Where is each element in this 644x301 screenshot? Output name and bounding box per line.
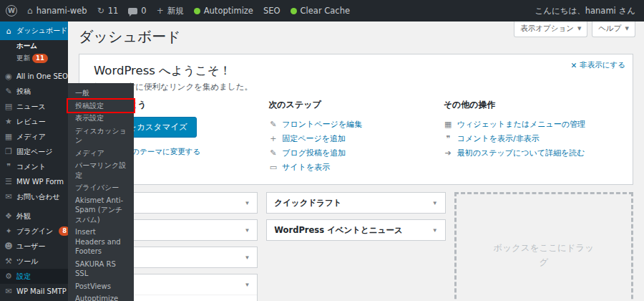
widget-toggle-button[interactable]: ▼ bbox=[432, 200, 438, 206]
list-item: ➔ 最初のステップについて詳細を読む bbox=[444, 145, 618, 160]
updates-link[interactable]: ↻ 11 bbox=[97, 6, 119, 16]
sidebar-item-home[interactable]: ホーム bbox=[0, 40, 68, 52]
user-account-menu[interactable]: こんにちは、hanami さん bbox=[535, 6, 635, 16]
settings-submenu-general[interactable]: 一般 bbox=[68, 87, 134, 100]
sidebar-item-comments[interactable]: ❞ コメント bbox=[0, 159, 68, 174]
settings-submenu-reading[interactable]: 表示設定 bbox=[68, 112, 134, 125]
media-icon: ▦ bbox=[4, 132, 13, 141]
welcome-panel: ✕ 非表示にする WordPress へようこそ！ 初めての方に便利なリンクを集… bbox=[79, 54, 633, 185]
admin-bar: W ⌂ hanami-web ↻ 11 0 + 新規 Autoptimize bbox=[0, 0, 644, 22]
sidebar-item-settings[interactable]: ⚙ 設定 bbox=[0, 269, 68, 284]
comments-icon: ❞ bbox=[4, 162, 13, 171]
widget-toggle-button[interactable]: ▼ bbox=[244, 254, 250, 261]
widgets-column-middle: クイックドラフト ▼ WordPress イベントとニュース ▼ bbox=[266, 192, 445, 247]
sidebar-item-users[interactable]: ☻ ユーザー bbox=[0, 239, 68, 254]
widget-toggle-button[interactable]: ▼ bbox=[432, 227, 438, 234]
widget-toggle-button[interactable]: ▼ bbox=[244, 200, 250, 206]
settings-submenu-insert-headers-footers[interactable]: Insert Headers and Footers bbox=[68, 226, 134, 258]
settings-submenu-privacy[interactable]: プライバシー bbox=[68, 181, 134, 194]
autoptimize-label: Autoptimize bbox=[204, 6, 253, 16]
view-site-link[interactable]: サイトを表示 bbox=[282, 162, 330, 173]
sidebar-item-wp-mail-smtp[interactable]: ✉ WP Mail SMTP bbox=[0, 284, 68, 299]
sidebar-item-label: 投稿 bbox=[16, 87, 31, 97]
sidebar-item-posts[interactable]: ✎ 投稿 bbox=[0, 84, 68, 99]
pages-icon: ❐ bbox=[4, 147, 13, 156]
sidebar-item-mw-wp-form[interactable]: ☰ MW WP Form bbox=[0, 174, 68, 189]
list-item: ▭ サイトを表示 bbox=[268, 160, 443, 174]
edit-front-page-link[interactable]: フロントページを編集 bbox=[282, 119, 362, 130]
learn-more-icon: ➔ bbox=[444, 148, 453, 158]
manage-widgets-menus-link[interactable]: ウィジェットまたはメニューの管理 bbox=[457, 119, 585, 130]
plus-icon: + bbox=[157, 6, 164, 16]
widget-title: WordPress イベントとニュース bbox=[274, 225, 402, 236]
sidebar-item-all-in-one-seo[interactable]: ◉ All in One SEO bbox=[0, 69, 68, 84]
settings-submenu-discussion[interactable]: ディスカッション bbox=[68, 125, 134, 147]
screen-options-button[interactable]: 表示オプション ▼ bbox=[514, 22, 587, 37]
dashboard-widgets-area: ▼ ▼ ▼ bbox=[68, 192, 644, 301]
settings-flyout-menu: 一般 投稿設定 表示設定 ディスカッション メディア パーマリンク設定 プライバ… bbox=[68, 83, 134, 301]
admin-bar-right: こんにちは、hanami さん bbox=[535, 0, 635, 22]
clear-cache-button[interactable]: Clear Cache bbox=[291, 6, 351, 16]
plugins-icon: ✦ bbox=[4, 226, 13, 236]
greeting-label: こんにちは、hanami さん bbox=[535, 6, 635, 16]
settings-submenu-postviews[interactable]: PostViews bbox=[68, 280, 134, 293]
widget-toggle-button[interactable]: ▼ bbox=[244, 227, 250, 234]
toggle-comments-link[interactable]: コメントを表示/非表示 bbox=[457, 133, 540, 144]
sidebar-item-label: ツール bbox=[16, 257, 38, 267]
sidebar-item-contact[interactable]: ✉ お問い合わせ bbox=[0, 189, 68, 204]
next-steps-heading: 次のステップ bbox=[268, 100, 443, 110]
sidebar-item-reviews[interactable]: ★ レビュー bbox=[0, 114, 68, 129]
welcome-subtitle: 初めての方に便利なリンクを集めました。 bbox=[94, 82, 618, 92]
dismiss-welcome-link[interactable]: ✕ 非表示にする bbox=[570, 60, 625, 70]
help-label: ヘルプ bbox=[598, 24, 621, 34]
sidebar-item-label: メディア bbox=[16, 132, 46, 142]
add-page-link[interactable]: 固定ページを追加 bbox=[282, 133, 346, 144]
settings-submenu-sakura-rs-ssl[interactable]: SAKURA RS SSL bbox=[68, 258, 134, 280]
chevron-down-icon: ▼ bbox=[577, 26, 581, 32]
add-blog-post-link[interactable]: ブログ投稿を追加 bbox=[282, 148, 346, 158]
first-steps-docs-link[interactable]: 最初のステップについて詳細を読む bbox=[457, 148, 585, 158]
comments-toggle-icon: ❞ bbox=[444, 134, 453, 143]
sidebar-item-news[interactable]: ▤ ニュース bbox=[0, 99, 68, 114]
chevron-down-icon: ▼ bbox=[625, 26, 629, 32]
widget-postbox-quick-draft: クイックドラフト ▼ bbox=[266, 192, 445, 214]
wordpress-admin-screen: W ⌂ hanami-web ↻ 11 0 + 新規 Autoptimize bbox=[0, 0, 644, 301]
sidebar-item-label: WP Mail SMTP bbox=[16, 287, 67, 295]
site-name-link[interactable]: ⌂ hanami-web bbox=[27, 6, 87, 16]
seo-menu[interactable]: SEO bbox=[263, 6, 280, 16]
sidebar-item-media[interactable]: ▦ メディア bbox=[0, 129, 68, 144]
settings-submenu-permalinks[interactable]: パーマリンク設定 bbox=[68, 159, 134, 181]
sidebar-item-appearance[interactable]: ❖ 外観 bbox=[0, 209, 68, 224]
clear-cache-label: Clear Cache bbox=[301, 6, 351, 16]
sidebar-item-plugins[interactable]: ✦ プラグイン 8 bbox=[0, 224, 68, 239]
settings-submenu-autoptimize[interactable]: Autoptimize bbox=[68, 292, 134, 301]
list-item: + 固定ページを追加 bbox=[268, 131, 443, 145]
settings-submenu-media[interactable]: メディア bbox=[68, 147, 134, 160]
settings-submenu-akismet[interactable]: Akismet Anti-Spam (アンチスパム) bbox=[68, 194, 134, 226]
comments-link[interactable]: 0 bbox=[128, 6, 146, 16]
wordpress-menu[interactable]: W bbox=[6, 5, 17, 16]
sidebar-item-label: 更新 bbox=[16, 54, 30, 63]
more-actions-heading: その他の操作 bbox=[444, 100, 618, 110]
news-icon: ▤ bbox=[4, 102, 13, 111]
autoptimize-menu[interactable]: Autoptimize bbox=[194, 6, 253, 16]
edit-page-icon: ✎ bbox=[268, 120, 278, 129]
screen-meta-buttons: 表示オプション ▼ ヘルプ ▼ bbox=[509, 22, 635, 37]
sidebar-item-dashboard[interactable]: ⌂ ダッシュボード bbox=[0, 22, 68, 40]
widget-header[interactable]: WordPress イベントとニュース ▼ bbox=[267, 220, 444, 240]
new-content-button[interactable]: + 新規 bbox=[157, 6, 184, 16]
widget-drop-zone[interactable]: ボックスをここにドラッグ bbox=[454, 192, 633, 301]
home-icon: ⌂ bbox=[27, 6, 33, 16]
close-icon: ✕ bbox=[570, 61, 577, 70]
settings-submenu-writing[interactable]: 投稿設定 bbox=[68, 100, 134, 113]
sidebar-item-updates[interactable]: 更新 11 bbox=[0, 52, 68, 64]
sidebar-item-label: プラグイン bbox=[16, 226, 53, 236]
widget-postbox-events-news: WordPress イベントとニュース ▼ bbox=[266, 219, 445, 241]
sidebar-item-tools[interactable]: ⚒ ツール bbox=[0, 254, 68, 269]
widget-toggle-button[interactable]: ▼ bbox=[244, 282, 250, 288]
page-header: ダッシュボード 表示オプション ▼ ヘルプ ▼ bbox=[68, 22, 644, 51]
widget-header[interactable]: クイックドラフト ▼ bbox=[267, 193, 444, 213]
help-button[interactable]: ヘルプ ▼ bbox=[592, 22, 635, 37]
seo-label: SEO bbox=[263, 6, 280, 16]
sidebar-item-pages[interactable]: ❐ 固定ページ bbox=[0, 144, 68, 159]
